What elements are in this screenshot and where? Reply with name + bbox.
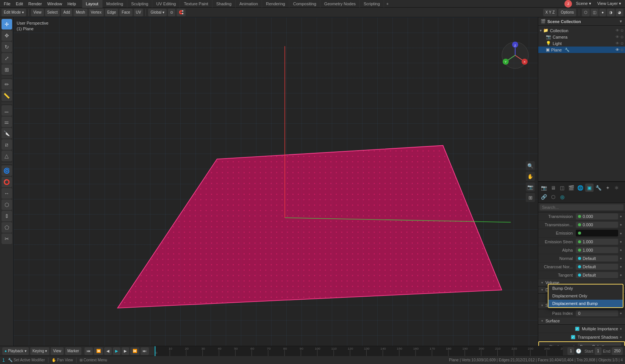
annotate-tool[interactable]: ✏ bbox=[2, 79, 12, 90]
transmission-extra[interactable]: ● bbox=[620, 214, 622, 218]
view-btn[interactable]: View bbox=[31, 9, 44, 16]
smooth-tool[interactable]: ⭕ bbox=[2, 177, 12, 187]
view-layer-selector[interactable]: View Layer ▾ bbox=[595, 0, 623, 8]
timeline-view-btn[interactable]: View bbox=[51, 347, 64, 355]
context-menu-item[interactable]: ⊞ Context Menu bbox=[80, 358, 107, 362]
rip-tool[interactable]: ✂ bbox=[2, 233, 12, 244]
filter-icon[interactable]: ▼ bbox=[619, 19, 623, 23]
proportional-edit[interactable]: ⊙ bbox=[168, 9, 175, 16]
add-btn[interactable]: Add bbox=[61, 9, 72, 16]
navigation-gizmo[interactable]: Z X Y bbox=[500, 40, 530, 70]
rotate-tool[interactable]: ↻ bbox=[2, 42, 12, 52]
face-btn[interactable]: Face bbox=[119, 9, 132, 16]
camera-view[interactable]: 📷 bbox=[526, 182, 535, 191]
keying-dropdown[interactable]: Keying ▾ bbox=[30, 347, 50, 355]
next-key-btn[interactable]: ▶ bbox=[122, 347, 129, 355]
prev-frame-btn[interactable]: ⏪ bbox=[94, 347, 103, 355]
vertex-btn[interactable]: Vertex bbox=[89, 9, 104, 16]
timeline-playback-dropdown[interactable]: ● Playback ▾ bbox=[2, 347, 29, 355]
scale-tool[interactable]: ⤢ bbox=[2, 53, 12, 64]
transparent-shadows-checkbox[interactable]: ✓ bbox=[571, 335, 575, 339]
normal-extra[interactable]: ● bbox=[620, 256, 622, 260]
pan-view[interactable]: ✋ bbox=[526, 172, 535, 181]
constraints-icon[interactable]: 🔗 bbox=[540, 193, 548, 201]
emission-value[interactable] bbox=[576, 230, 618, 236]
menu-file[interactable]: File bbox=[2, 0, 13, 8]
plane-cursor[interactable]: ⊙ bbox=[620, 48, 623, 52]
ts-extra[interactable]: ● bbox=[620, 335, 622, 339]
add-workspace-button[interactable]: + bbox=[384, 2, 391, 6]
rendered-btn[interactable]: ◕ bbox=[616, 9, 623, 16]
push-pull-tool[interactable]: ⇕ bbox=[2, 211, 12, 221]
current-frame-display[interactable]: 1 bbox=[567, 347, 574, 355]
loop-cut-tool[interactable]: ⚊ bbox=[2, 105, 12, 116]
bisect-tool[interactable]: ⧄ bbox=[2, 139, 12, 150]
transform-tool[interactable]: ⊞ bbox=[2, 64, 12, 75]
disp-dd-current[interactable]: Bump Only ▾ bbox=[578, 343, 621, 346]
surface-section[interactable]: ▾ Surface bbox=[538, 317, 625, 325]
clearcoat-normal-value[interactable]: Default bbox=[576, 264, 618, 270]
normal-value[interactable]: Default bbox=[576, 255, 618, 261]
object-data-icon[interactable]: ▣ bbox=[585, 184, 594, 192]
menu-help[interactable]: Help bbox=[65, 0, 78, 8]
particle-icon[interactable]: ✦ bbox=[603, 184, 612, 192]
shear-tool[interactable]: ⬠ bbox=[2, 222, 12, 233]
prev-key-btn[interactable]: ◀ bbox=[104, 347, 112, 355]
material-btn[interactable]: ◑ bbox=[607, 9, 615, 16]
edge-btn[interactable]: Edge bbox=[105, 9, 118, 16]
xyz-toggle[interactable]: X Y Z bbox=[543, 9, 557, 16]
output-icon[interactable]: 🖥 bbox=[549, 184, 557, 192]
transmission2-extra[interactable]: ● bbox=[620, 222, 622, 227]
tab-compositing[interactable]: Compositing bbox=[289, 0, 320, 8]
emission-str-extra[interactable]: ● bbox=[620, 240, 622, 244]
play-btn[interactable]: ▶ bbox=[113, 347, 120, 355]
plane-eye[interactable]: 👁 bbox=[616, 48, 619, 52]
timeline-ruler[interactable]: 0 10 20 30 40 50 60 70 80 90 1 bbox=[153, 346, 563, 356]
menu-window[interactable]: Window bbox=[45, 0, 64, 8]
offset-cut-tool[interactable]: ⚌ bbox=[2, 117, 12, 127]
tree-item-light[interactable]: 💡 Light 👁 ⊙ bbox=[538, 40, 625, 47]
camera-cursor[interactable]: ⊙ bbox=[620, 35, 623, 39]
modifier-icon[interactable]: 🔧 bbox=[594, 184, 603, 192]
tab-geometry-nodes[interactable]: Geometry Nodes bbox=[320, 0, 360, 8]
tab-uv-editing[interactable]: UV Editing bbox=[152, 0, 180, 8]
object-icon[interactable]: ⬡ bbox=[549, 193, 557, 201]
tree-item-camera[interactable]: 📷 Camera 👁 ⊙ bbox=[538, 34, 625, 40]
collection-cursor[interactable]: ⊙ bbox=[620, 28, 623, 33]
options-btn[interactable]: Options bbox=[558, 9, 576, 16]
poly-build-tool[interactable]: △ bbox=[2, 151, 12, 161]
mi-extra[interactable]: ● bbox=[620, 327, 622, 331]
tab-rendering[interactable]: Rendering bbox=[262, 0, 289, 8]
end-frame[interactable]: 250 bbox=[612, 347, 623, 355]
props-search-input[interactable] bbox=[540, 204, 623, 210]
tab-modeling[interactable]: Modeling bbox=[103, 0, 128, 8]
tab-scripting[interactable]: Scripting bbox=[360, 0, 384, 8]
alpha-value[interactable]: 1.000 bbox=[576, 247, 618, 253]
light-cursor[interactable]: ⊙ bbox=[620, 41, 623, 45]
viewport-3d[interactable]: User Perspective (1) Plane Z X Y bbox=[14, 17, 538, 346]
move-tool[interactable]: ✥ bbox=[2, 30, 12, 41]
camera-eye[interactable]: 👁 bbox=[616, 35, 619, 39]
collection-eye[interactable]: 👁 bbox=[616, 28, 619, 33]
material-prop-icon[interactable]: ◎ bbox=[558, 193, 566, 201]
snap-btn[interactable]: 🧲 bbox=[177, 9, 186, 16]
pan-view-item[interactable]: ✋ Pan View bbox=[52, 358, 73, 362]
user-avatar[interactable]: Z bbox=[564, 0, 572, 8]
measure-tool[interactable]: 📏 bbox=[2, 90, 12, 101]
alpha-extra[interactable]: ● bbox=[620, 248, 622, 252]
overlay-btn[interactable]: ⬡ bbox=[582, 9, 590, 16]
marker-btn[interactable]: Marker bbox=[65, 347, 81, 355]
dd-bump-only[interactable]: Bump Only bbox=[548, 285, 623, 292]
tab-layout[interactable]: Layout bbox=[82, 0, 103, 8]
shrink-fatten-tool[interactable]: ⬡ bbox=[2, 199, 12, 210]
orthographic-view[interactable]: ⊞ bbox=[526, 193, 535, 202]
menu-render[interactable]: Render bbox=[26, 0, 44, 8]
dd-displacement-only[interactable]: Displacement Only bbox=[548, 292, 623, 300]
jump-start-btn[interactable]: ⏮ bbox=[84, 347, 93, 355]
world-icon[interactable]: 🌐 bbox=[576, 184, 584, 192]
physics-icon[interactable]: ⚛ bbox=[612, 184, 621, 192]
clearcoat-extra[interactable]: ● bbox=[620, 264, 622, 269]
transmission-value[interactable]: 0.000 bbox=[576, 213, 618, 219]
tree-item-plane[interactable]: ▣ Plane 🔧 👁 ⊙ bbox=[538, 47, 625, 53]
active-modifier-item[interactable]: 🔧 Set Active Modifier bbox=[8, 358, 45, 362]
